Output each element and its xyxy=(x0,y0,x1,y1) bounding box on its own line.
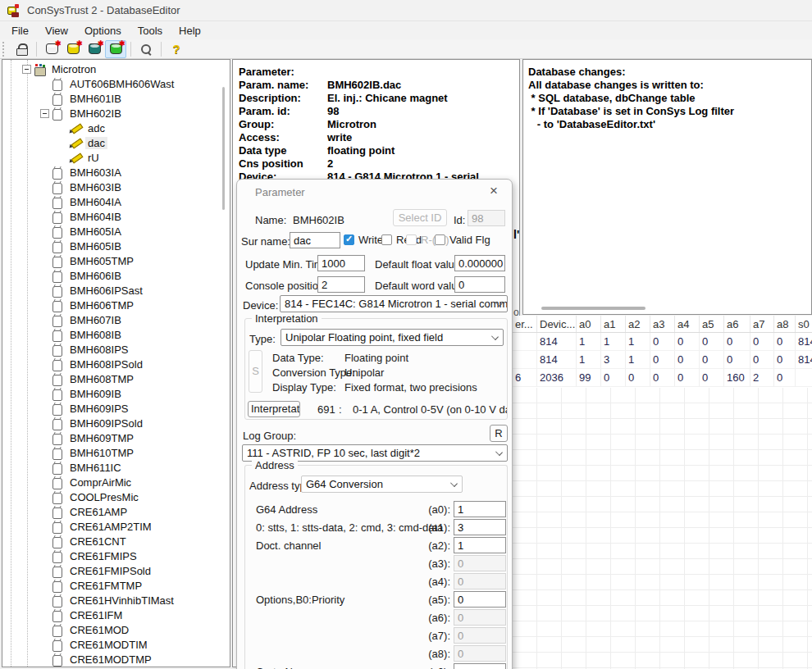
tree-item-CRE61AMP[interactable]: CRE61AMP xyxy=(2,504,230,519)
tree-item-rU[interactable]: rU xyxy=(2,150,230,165)
tree-item-CRE61MODTIM[interactable]: CRE61MODTIM xyxy=(2,637,230,652)
column-header-a7[interactable]: a7 xyxy=(750,316,774,332)
database-yellow-button[interactable]: ✱ xyxy=(62,40,84,58)
tree-item-CRE61IFM[interactable]: CRE61IFM xyxy=(2,608,230,622)
tree-item-BMH603IB[interactable]: BMH603IB xyxy=(2,180,230,194)
tree-item-BMH608TMP[interactable]: BMH608TMP xyxy=(2,371,230,386)
address-field-a2[interactable]: 1 xyxy=(454,537,506,553)
tree-item-BMH608IPSold[interactable]: BMH608IPSold xyxy=(2,357,230,371)
device-select[interactable]: 814 - FEC14C: G814 Microtron 1 - serial … xyxy=(280,295,508,312)
menu-file[interactable]: File xyxy=(3,23,37,39)
table-row[interactable]: 814111000000814 xyxy=(513,333,812,351)
tree-item-BMH609IPSold[interactable]: BMH609IPSold xyxy=(2,416,230,430)
tree-item-BMH605TMP[interactable]: BMH605TMP xyxy=(2,253,230,268)
update-min-time-field[interactable]: 1000 xyxy=(317,255,365,271)
search-button[interactable] xyxy=(135,40,157,58)
tree-item-BMH601IB[interactable]: BMH601IB xyxy=(2,91,230,106)
tree-item-CRE61CNT[interactable]: CRE61CNT xyxy=(2,534,230,548)
tree-item-BMH611IC[interactable]: BMH611IC xyxy=(2,460,230,475)
address-field-a7[interactable]: 0 xyxy=(454,627,506,644)
console-position-field[interactable]: 2 xyxy=(317,276,365,293)
tree-item-BMH602IB[interactable]: BMH602IB xyxy=(2,106,230,121)
tree-item-BMH604IA[interactable]: BMH604IA xyxy=(2,194,230,209)
tree-item-COOLPresMic[interactable]: COOLPresMic xyxy=(2,489,230,504)
tree-item-CRE61FMIPSold[interactable]: CRE61FMIPSold xyxy=(2,563,230,578)
column-header-a5[interactable]: a5 xyxy=(700,316,724,332)
checked-checkbox-icon[interactable] xyxy=(344,234,354,245)
tree-item-AUT606BMH606Wast[interactable]: AUT606BMH606Wast xyxy=(2,76,230,91)
table-row[interactable]: 814131000000814 xyxy=(513,351,812,369)
tree-item[interactable] xyxy=(2,667,230,667)
tree-item-BMH609IB[interactable]: BMH609IB xyxy=(2,386,230,401)
tree-item-adc[interactable]: adc xyxy=(2,121,230,135)
default-word-field[interactable]: 0 xyxy=(454,276,505,293)
tree-item-BMH606IPSast[interactable]: BMH606IPSast xyxy=(2,283,230,298)
column-header-a1[interactable]: a1 xyxy=(601,316,626,332)
toolbar-grip[interactable] xyxy=(2,42,6,57)
tree-item-CRE61FMTMP[interactable]: CRE61FMTMP xyxy=(2,578,230,593)
database-green-button[interactable]: ✱ xyxy=(105,40,126,58)
checkbox-valid-flg[interactable]: Valid Flg xyxy=(435,234,490,246)
lock-button[interactable] xyxy=(11,40,32,58)
address-field-a0[interactable]: 1 xyxy=(454,501,506,517)
column-header-a3[interactable]: a3 xyxy=(650,316,675,332)
tree-item-CRE61AMP2TIM[interactable]: CRE61AMP2TIM xyxy=(2,519,230,534)
unchecked-checkbox-icon[interactable] xyxy=(406,234,417,245)
column-header-a2[interactable]: a2 xyxy=(626,316,650,332)
tree-item-BMH608IPS[interactable]: BMH608IPS xyxy=(2,342,230,357)
horizontal-scrollbar-thumb[interactable] xyxy=(541,307,645,310)
tree-item-dac[interactable]: dac xyxy=(2,135,230,150)
menu-view[interactable]: View xyxy=(37,23,76,39)
column-header-s0[interactable]: s0 xyxy=(796,316,812,332)
tree-scrollbar-thumb[interactable] xyxy=(222,87,225,210)
interpretation-button[interactable]: Interpretation xyxy=(248,401,300,417)
close-icon[interactable]: × xyxy=(486,183,502,199)
tree-item-Microtron[interactable]: Microtron xyxy=(2,61,230,76)
column-header-a6[interactable]: a6 xyxy=(724,316,750,332)
unchecked-checkbox-icon[interactable] xyxy=(381,234,392,245)
tree-item-BMH605IB[interactable]: BMH605IB xyxy=(2,239,230,253)
tree-item-ComprAirMic[interactable]: ComprAirMic xyxy=(2,475,230,489)
surname-field[interactable]: dac xyxy=(290,232,340,248)
column-header-a0[interactable]: a0 xyxy=(577,316,601,332)
interpretation-type-select[interactable]: Unipolar Floating point, fixed field xyxy=(281,329,504,346)
column-header-er[interactable]: er... xyxy=(513,316,537,332)
column-header-Devic[interactable]: Devic... xyxy=(537,316,577,332)
address-field-a3[interactable]: 0 xyxy=(454,555,506,571)
tree-item-BMH609TMP[interactable]: BMH609TMP xyxy=(2,430,230,445)
tree-expander-minus[interactable] xyxy=(22,65,31,74)
default-float-field[interactable]: 0.000000 xyxy=(454,255,505,271)
tree-item-BMH606TMP[interactable]: BMH606TMP xyxy=(2,298,230,312)
menu-help[interactable]: Help xyxy=(171,23,209,39)
address-field-a5[interactable]: 0 xyxy=(454,591,506,608)
tree-item-BMH604IB[interactable]: BMH604IB xyxy=(2,209,230,224)
address-field-a8[interactable]: 0 xyxy=(454,645,506,662)
r-button[interactable]: R xyxy=(490,425,508,442)
menu-options[interactable]: Options xyxy=(76,23,130,39)
tree-item-BMH608IB[interactable]: BMH608IB xyxy=(2,327,230,342)
table-row[interactable]: 62036990000016020 xyxy=(513,369,812,387)
address-field-a4[interactable]: 0 xyxy=(454,573,506,589)
id-field[interactable]: 98 xyxy=(468,210,505,226)
address-field-a1[interactable]: 3 xyxy=(454,519,506,535)
unchecked-checkbox-icon[interactable] xyxy=(435,234,445,245)
checkbox-write[interactable]: Write xyxy=(344,234,383,246)
column-header-a4[interactable]: a4 xyxy=(675,316,700,332)
tree-item-BMH609IPS[interactable]: BMH609IPS xyxy=(2,401,230,416)
select-id-button[interactable]: Select ID xyxy=(393,209,447,226)
tree-item-CRE61HVinhibTIMast[interactable]: CRE61HVinhibTIMast xyxy=(2,593,230,608)
tree-item-BMH610TMP[interactable]: BMH610TMP xyxy=(2,445,230,460)
database-white-button[interactable]: ✱ xyxy=(41,40,62,58)
help-button[interactable]: ? xyxy=(166,40,187,58)
tree-item-BMH605IA[interactable]: BMH605IA xyxy=(2,224,230,239)
tree-item-BMH603IA[interactable]: BMH603IA xyxy=(2,165,230,180)
tree-item-CRE61FMIPS[interactable]: CRE61FMIPS xyxy=(2,548,230,563)
tree-item-BMH606IB[interactable]: BMH606IB xyxy=(2,268,230,283)
tree-item-BMH607IB[interactable]: BMH607IB xyxy=(2,312,230,327)
address-field-s0[interactable] xyxy=(454,663,506,669)
address-type-select[interactable]: G64 Conversion xyxy=(301,476,463,493)
tree-item-CRE61MOD[interactable]: CRE61MOD xyxy=(2,622,230,637)
tree-item-CRE61MODTMP[interactable]: CRE61MODTMP xyxy=(2,652,230,667)
database-teal-button[interactable]: ✱ xyxy=(84,40,105,58)
menu-tools[interactable]: Tools xyxy=(130,23,171,39)
